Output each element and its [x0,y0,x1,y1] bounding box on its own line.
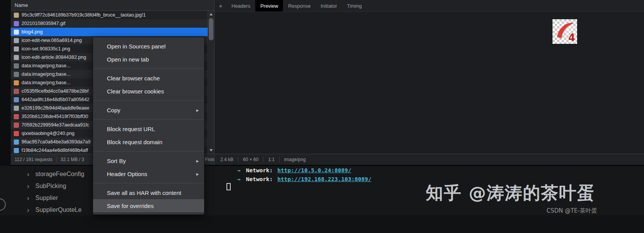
submenu-arrow-icon: ▸ [196,158,199,164]
tab-headers[interactable]: Headers [226,0,255,12]
menu-item-block-request-url[interactable]: Block request URL [93,122,204,135]
chevron-right-icon: › [27,170,31,178]
tree-item-label: SupplierQuoteLe [35,206,82,213]
chevron-right-icon: › [27,194,31,201]
network-label: Network: [246,167,273,173]
request-name: icon-edit-article.80844382.png [22,55,86,60]
menu-separator [93,183,204,183]
scrollbar-thumb[interactable] [209,18,213,40]
tab-initiator[interactable]: Initiator [316,0,342,12]
menu-item-label: Header Options [107,171,147,177]
tree-item-label: SubPicking [35,183,66,190]
file-thumbnail-icon [14,80,19,85]
file-thumbnail-icon [14,72,19,77]
tree-item-subpicking[interactable]: › SubPicking [27,180,84,192]
preview-pane: 4 [215,12,644,154]
preview-status-item: 1:1 [263,157,279,162]
request-name: f19b84c244aa4e6d8bf469b4aff [22,148,88,153]
menu-item-open-in-new-tab[interactable]: Open in new tab [93,53,204,66]
file-thumbnail-icon [14,148,19,153]
arrow-icon: → [237,167,241,173]
menu-item-clear-browser-cookies[interactable]: Clear browser cookies [93,85,204,98]
tree-item-label: storageFeeConfig [35,171,84,178]
tab-preview[interactable]: Preview [255,0,283,12]
file-thumbnail-icon [14,89,19,94]
csdn-watermark: CSDN @TE-茶叶蛋 [546,207,597,215]
menu-item-block-request-domain[interactable]: Block request domain [93,135,204,148]
menu-item-save-all-as-har-with-content[interactable]: Save all as HAR with content [93,186,204,199]
request-name: data:image/png;base... [22,72,70,77]
name-column-header[interactable]: Name [11,0,214,11]
request-name: 70592b2299594e37aedcaa91fc [22,122,89,128]
request-row[interactable]: blog4.png [11,28,208,36]
menu-item-clear-browser-cache[interactable]: Clear browser cache [93,72,204,85]
request-row[interactable]: 95c3c9ff72c846189b37b919c38fd4fb_bruce__… [11,11,208,19]
request-name: data:image/png;base... [22,80,70,85]
request-name: icon-edit-new.065a6914.png [22,38,82,43]
request-name: e326199c2fb94d4faaddfe9eaee [22,105,90,111]
context-menu: Open in Sources panel Open in new tab Cl… [93,37,204,215]
menu-item-save-for-overrides[interactable]: Save for overrides [93,199,204,212]
preview-status-item: 2.4 kB [216,157,238,162]
tree-item-storagefeeconfig[interactable]: › storageFeeConfig [27,168,84,180]
menu-item-sort-by[interactable]: Sort By ▸ [93,154,204,167]
menu-separator [93,119,204,120]
preview-status-bar: 2.4 kB60 × 601:1image/png [215,154,644,165]
file-thumbnail-icon [14,97,19,102]
file-thumbnail-icon [14,106,19,111]
scrollbar-up-icon[interactable] [208,11,214,17]
menu-item-label: Save for overrides [107,203,154,209]
request-name: data:image/png;base... [22,63,70,68]
menu-item-label: Clear browser cache [107,75,160,82]
menu-separator [93,151,204,151]
terminal-cursor[interactable] [226,183,231,190]
scrollbar[interactable] [208,11,214,154]
image-preview: 4 [552,19,577,44]
network-url-link[interactable]: http://192.168.223.103:8089/ [278,176,371,182]
menu-item-label: Clear browser cookies [107,88,164,95]
terminal-output: → Network: http://10.5.0.24:8089/ → Netw… [226,166,371,183]
terminal-line: → Network: http://10.5.0.24:8089/ [226,166,371,175]
details-tab-bar: × HeadersPreviewResponseInitiatorTiming [215,0,644,12]
bottom-band [0,215,644,233]
request-name: 96ac957ca0a64be3a6393da7a9 [22,139,90,145]
arrow-icon: → [237,176,241,182]
menu-item-open-in-sources-panel[interactable]: Open in Sources panel [93,40,204,53]
file-thumbnail-icon [14,63,19,68]
network-label: Network: [246,176,273,182]
menu-item-label: Open in Sources panel [107,43,166,50]
transferred-size: 32.1 MB / 3 [61,157,84,162]
menu-separator [93,68,204,69]
file-tree: › storageFeeConfig › SubPicking › Suppli… [27,168,84,216]
tree-item-supplier[interactable]: › Supplier [27,192,84,204]
close-icon[interactable]: × [215,0,226,12]
left-edge-strip [0,0,11,166]
request-row[interactable]: 20210108035947.gif [11,19,208,28]
chevron-right-icon: › [27,182,31,190]
file-thumbnail-icon [14,55,19,60]
name-column-label: Name [15,2,28,8]
request-name: 3520b81236de45419f7f03bff30 [22,114,88,119]
menu-item-header-options[interactable]: Header Options ▸ [93,167,204,180]
network-url-link[interactable]: http://10.5.0.24:8089/ [278,167,351,173]
submenu-arrow-icon: ▸ [196,107,199,113]
menu-item-label: Save all as HAR with content [107,190,181,196]
finish-time-fragment: Finis [205,154,214,165]
zhihu-watermark: 知乎 @涛涛的茶叶蛋 [426,181,595,205]
menu-separator [93,100,204,101]
tab-response[interactable]: Response [283,0,316,12]
request-name: c0535f9cefbd4cc0a4878be28bf [22,88,88,94]
menu-item-label: Copy [107,107,120,113]
request-name: 20210108035947.gif [22,21,65,26]
file-thumbnail-icon [14,47,19,52]
file-thumbnail-icon [14,21,19,26]
scrollbar-down-icon[interactable] [208,147,214,153]
request-name: icon-set.908335c1.png [22,46,70,52]
requests-count: 112 / 191 requests [15,157,53,162]
menu-item-copy[interactable]: Copy ▸ [93,103,204,116]
tree-item-supplierquotele[interactable]: › SupplierQuoteLe [27,204,84,216]
request-name: 95c3c9ff72c846189b37b919c38fd4fb_bruce__… [22,12,146,18]
status-divider [57,157,57,162]
file-thumbnail-icon [14,30,19,35]
tab-timing[interactable]: Timing [342,0,367,12]
